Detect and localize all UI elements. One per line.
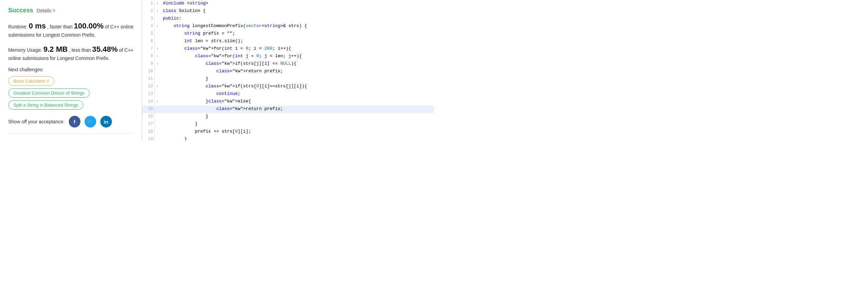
- line-content: #include <string>: [160, 0, 434, 8]
- linkedin-icon[interactable]: in: [100, 116, 112, 127]
- twitter-icon[interactable]: 🐦: [85, 116, 96, 127]
- code-line-1: 1▾#include <string>: [142, 0, 434, 8]
- line-content: int len = strs.size();: [160, 38, 434, 45]
- code-line-14: 14▾ }class="kw">else{: [142, 98, 434, 106]
- runtime-pct: 100.00%: [74, 22, 104, 30]
- line-content: }: [160, 121, 434, 128]
- line-number: 16: [142, 113, 155, 121]
- line-arrow: ▾: [155, 60, 160, 68]
- line-number: 6: [142, 38, 155, 45]
- line-content: class="kw">for(int j = 0; j < len; j++){: [160, 53, 434, 60]
- code-line-7: 7▾ class="kw">for(int i = 0; i < 200; i+…: [142, 45, 434, 53]
- status-row: Success Details >: [8, 7, 133, 14]
- code-line-4: 4▾ string longestCommonPrefix(vector<str…: [142, 23, 434, 30]
- code-line-11: 11 }: [142, 75, 434, 83]
- code-line-12: 12▾ class="kw">if(strs[0][i]==strs[j][i]…: [142, 83, 434, 90]
- line-content: continue;: [160, 90, 434, 98]
- line-content: class="kw">if(strs[j][i] == NULL){: [160, 60, 434, 68]
- runtime-info: Runtime: 0 ms , faster than 100.00% of C…: [8, 20, 133, 39]
- col-memory: Memory: [86, 139, 108, 140]
- next-challenges-label: Next challenges:: [8, 67, 133, 72]
- line-number: 8: [142, 53, 155, 60]
- challenge-gcd-strings[interactable]: Greatest Common Divisor of Strings: [8, 88, 90, 98]
- code-line-15: 15 class="kw">return prefix;: [142, 106, 434, 113]
- line-arrow: ▾: [155, 83, 160, 90]
- line-arrow: ▾: [155, 98, 160, 106]
- code-panel[interactable]: 1▾#include <string>2▾class Solution {3pu…: [142, 0, 434, 140]
- line-arrow: [155, 75, 160, 83]
- show-off-row: Show off your acceptance: f 🐦 in: [8, 116, 133, 127]
- code-line-13: 13 continue;: [142, 90, 434, 98]
- memory-pct: 35.48%: [92, 45, 118, 53]
- runtime-value: 0 ms: [29, 22, 46, 30]
- line-content: class="kw">if(strs[0][i]==strs[j][i]){: [160, 83, 434, 90]
- facebook-icon[interactable]: f: [69, 116, 80, 127]
- code-line-17: 17 }: [142, 121, 434, 128]
- code-line-16: 16 }: [142, 113, 434, 121]
- line-arrow: ▾: [155, 45, 160, 53]
- code-line-3: 3public:: [142, 15, 434, 23]
- line-content: prefix += strs[0][i];: [160, 128, 434, 136]
- runtime-label: Runtime:: [8, 24, 27, 29]
- line-number: 9: [142, 60, 155, 68]
- code-line-9: 9▾ class="kw">if(strs[j][i] == NULL){: [142, 60, 434, 68]
- line-arrow: [155, 15, 160, 23]
- show-off-label: Show off your acceptance:: [8, 119, 65, 124]
- code-line-5: 5 string prefix = "";: [142, 30, 434, 38]
- line-content: }: [160, 136, 434, 140]
- line-number: 10: [142, 68, 155, 75]
- line-number: 1: [142, 0, 155, 8]
- line-number: 13: [142, 90, 155, 98]
- challenge-split-string[interactable]: Split a String in Balanced Strings: [8, 100, 83, 110]
- line-arrow: [155, 113, 160, 121]
- memory-value: 9.2 MB: [43, 45, 68, 53]
- line-arrow: [155, 121, 160, 128]
- code-line-19: 19 }: [142, 136, 434, 140]
- line-arrow: [155, 128, 160, 136]
- line-arrow: [155, 68, 160, 75]
- col-time-submitted: Time Submitted: [8, 139, 45, 140]
- memory-label: Memory Usage:: [8, 47, 42, 53]
- status-label: Success: [8, 7, 33, 14]
- line-number: 7: [142, 45, 155, 53]
- code-line-18: 18 prefix += strs[0][i];: [142, 128, 434, 136]
- line-content: class="kw">return prefix;: [160, 106, 434, 113]
- line-number: 18: [142, 128, 155, 136]
- line-arrow: [155, 136, 160, 140]
- col-language: Language: [108, 139, 133, 140]
- line-number: 11: [142, 75, 155, 83]
- line-content: }: [160, 113, 434, 121]
- line-content: class="kw">for(int i = 0; i < 200; i++){: [160, 45, 434, 53]
- line-number: 2: [142, 8, 155, 15]
- line-arrow: [155, 38, 160, 45]
- code-line-10: 10 class="kw">return prefix;: [142, 68, 434, 75]
- submissions-table: Time Submitted Status Runtime Memory Lan…: [8, 139, 133, 140]
- line-arrow: ▾: [155, 23, 160, 30]
- line-content: string longestCommonPrefix(vector<string…: [160, 23, 434, 30]
- details-link[interactable]: Details >: [37, 8, 55, 13]
- line-arrow: ▾: [155, 0, 160, 8]
- runtime-faster: , faster than: [47, 24, 73, 29]
- line-content: class="kw">return prefix;: [160, 68, 434, 75]
- challenge-basic-calc[interactable]: Basic Calculator II: [8, 76, 54, 86]
- line-arrow: [155, 90, 160, 98]
- challenges-row-2: Split a String in Balanced Strings: [8, 100, 133, 110]
- line-arrow: [155, 106, 160, 113]
- memory-less: , less than: [69, 47, 91, 53]
- table-header-row: Time Submitted Status Runtime Memory Lan…: [8, 139, 133, 140]
- line-arrow: [155, 30, 160, 38]
- line-number: 17: [142, 121, 155, 128]
- code-line-2: 2▾class Solution {: [142, 8, 434, 15]
- line-content: public:: [160, 15, 434, 23]
- code-line-8: 8▾ class="kw">for(int j = 0; j < len; j+…: [142, 53, 434, 60]
- divider: [8, 134, 133, 134]
- line-number: 12: [142, 83, 155, 90]
- line-number: 15: [142, 106, 155, 113]
- memory-info: Memory Usage: 9.2 MB , less than 35.48% …: [8, 44, 133, 62]
- line-number: 3: [142, 15, 155, 23]
- code-line-6: 6 int len = strs.size();: [142, 38, 434, 45]
- line-arrow: ▾: [155, 53, 160, 60]
- line-number: 14: [142, 98, 155, 106]
- left-panel: Success Details > Runtime: 0 ms , faster…: [0, 0, 142, 140]
- line-content: class Solution {: [160, 8, 434, 15]
